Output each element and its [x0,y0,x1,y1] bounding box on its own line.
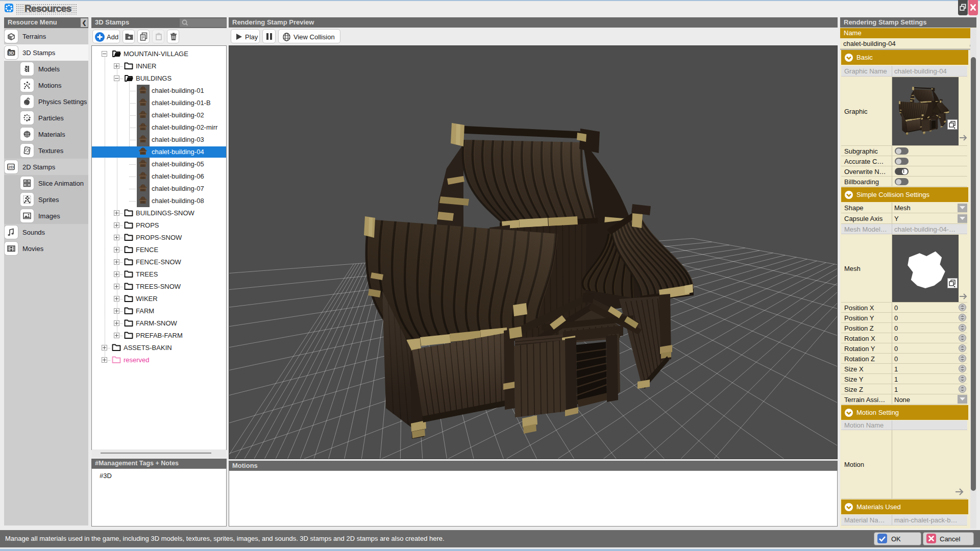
svg-text:3D: 3D [9,51,14,56]
svg-text:2D: 2D [9,165,14,169]
